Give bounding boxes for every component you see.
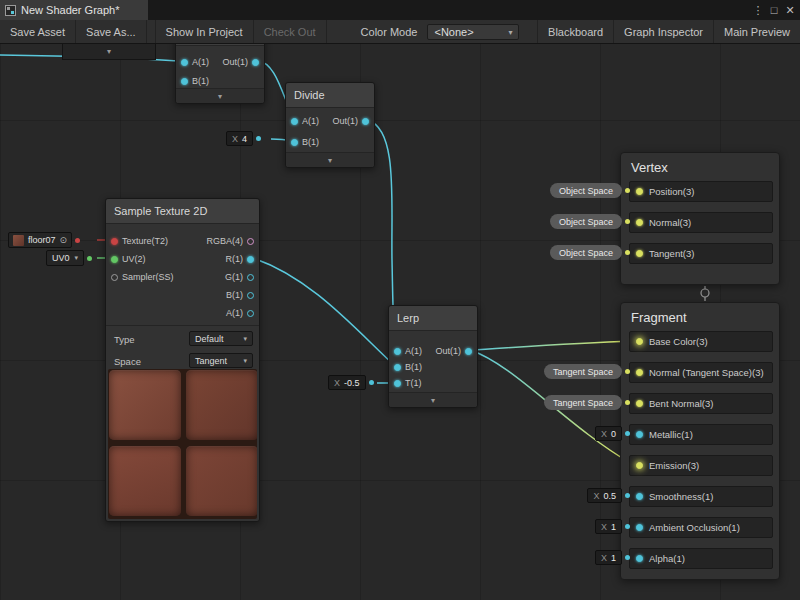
maximize-icon[interactable]: □ <box>766 4 782 16</box>
lerp-node[interactable]: Lerp A(1) B(1) T(1) Out(1) ▾ <box>388 305 478 408</box>
port-g[interactable] <box>247 274 254 281</box>
object-picker-icon[interactable]: ⊙ <box>60 235 68 245</box>
sample-texture-2d-node[interactable]: Sample Texture 2D Texture(T2) UV(2) Samp… <box>105 198 260 522</box>
save-asset-button[interactable]: Save Asset <box>0 20 76 43</box>
port-base-color[interactable] <box>636 338 643 345</box>
port-rgba[interactable] <box>247 238 254 245</box>
port-smoothness[interactable] <box>636 493 643 500</box>
graph-inspector-button[interactable]: Graph Inspector <box>613 20 713 43</box>
fragment-row-smoothness[interactable]: Smoothness(1) <box>629 486 773 507</box>
add-input-b: B(1) <box>181 74 209 88</box>
show-in-project-button[interactable]: Show In Project <box>155 20 254 43</box>
port-tangent[interactable] <box>636 250 643 257</box>
fragment-row-ambient-occlusion[interactable]: Ambient Occlusion(1) <box>629 517 773 538</box>
port-lerp-t[interactable] <box>394 380 401 387</box>
port-add-out[interactable] <box>252 59 259 66</box>
fragment-block[interactable]: Fragment Base Color(3) Normal (Tangent S… <box>620 302 780 580</box>
binding-pill[interactable]: Object Space <box>550 183 622 198</box>
color-mode-dropdown[interactable]: <None> ▾ <box>427 24 519 40</box>
fragment-row-emission[interactable]: Emission(3) <box>629 455 773 476</box>
binding-port-dot <box>625 400 630 405</box>
port-normal[interactable] <box>636 219 643 226</box>
fragment-row-base-color[interactable]: Base Color(3) <box>629 331 773 352</box>
wire-lerp-to-basecolor[interactable] <box>470 341 632 350</box>
port-ambient-occlusion[interactable] <box>636 524 643 531</box>
field-value[interactable]: 1 <box>611 553 616 563</box>
binding-pill[interactable]: Tangent Space <box>544 364 622 379</box>
metallic-field: X 0 <box>595 426 630 441</box>
space-dropdown[interactable]: Tangent ▾ <box>189 353 253 368</box>
vertex-row-tangent[interactable]: Tangent(3) <box>629 243 773 264</box>
uv-channel-dropdown[interactable]: UV0 ▾ <box>46 250 84 266</box>
float-field[interactable]: X 1 <box>595 550 622 565</box>
port-lerp-b[interactable] <box>394 364 401 371</box>
field-value[interactable]: -0.5 <box>344 378 360 388</box>
divide-collapse-toggle[interactable]: ▾ <box>286 152 374 167</box>
divide-input-b: B(1) <box>291 135 319 149</box>
port-add-a[interactable] <box>181 59 188 66</box>
save-as-button[interactable]: Save As... <box>76 20 147 43</box>
port-lerp-out[interactable] <box>465 348 472 355</box>
port-emission[interactable] <box>636 462 643 469</box>
fragment-row-normal[interactable]: Normal (Tangent Space)(3) <box>629 362 773 383</box>
collapsed-node-chevron[interactable]: ▾ <box>62 42 156 60</box>
port-uv[interactable] <box>111 256 118 263</box>
port-r[interactable] <box>247 256 254 263</box>
vertex-block[interactable]: Vertex Position(3) Normal(3) Tangent(3) <box>620 152 780 285</box>
field-port-dot <box>369 380 374 385</box>
port-divide-a[interactable] <box>291 118 298 125</box>
binding-port-dot <box>625 188 630 193</box>
texture-object-field[interactable]: floor07 ⊙ <box>8 232 72 248</box>
port-sampler[interactable] <box>111 274 118 281</box>
float-field[interactable]: X 1 <box>595 519 622 534</box>
type-dropdown[interactable]: Default ▾ <box>189 331 253 346</box>
port-add-b[interactable] <box>181 78 188 85</box>
blackboard-button[interactable]: Blackboard <box>537 20 613 43</box>
wire-sample-r-to-lerp-b[interactable] <box>253 258 394 365</box>
add-collapse-toggle[interactable]: ▾ <box>176 88 264 103</box>
vertex-row-position[interactable]: Position(3) <box>629 181 773 202</box>
main-preview-button[interactable]: Main Preview <box>713 20 800 43</box>
fragment-row-metallic[interactable]: Metallic(1) <box>629 424 773 445</box>
fragment-row-bent-normal[interactable]: Bent Normal(3) <box>629 393 773 414</box>
field-value[interactable]: 4 <box>242 134 247 144</box>
sample-output-b: B(1) <box>226 288 254 302</box>
lerp-node-header[interactable]: Lerp <box>389 306 477 331</box>
float-field[interactable]: X 4 <box>226 131 253 146</box>
port-normal-ts[interactable] <box>636 369 643 376</box>
chevron-down-icon: ▾ <box>218 92 222 101</box>
field-value[interactable]: 0.5 <box>603 491 616 501</box>
close-icon[interactable]: ✕ <box>782 4 798 17</box>
chevron-down-icon: ▾ <box>508 28 512 37</box>
port-divide-b[interactable] <box>291 139 298 146</box>
divide-node[interactable]: Divide A(1) B(1) Out(1) ▾ <box>285 82 375 168</box>
port-lerp-a[interactable] <box>394 348 401 355</box>
port-position[interactable] <box>636 188 643 195</box>
vertex-row-normal[interactable]: Normal(3) <box>629 212 773 233</box>
port-texture[interactable] <box>111 238 118 245</box>
float-field[interactable]: X -0.5 <box>328 375 366 390</box>
field-port-dot <box>87 256 92 261</box>
binding-pill[interactable]: Object Space <box>550 214 622 229</box>
binding-pill[interactable]: Object Space <box>550 245 622 260</box>
port-b[interactable] <box>247 292 254 299</box>
lerp-collapse-toggle[interactable]: ▾ <box>389 392 477 407</box>
sample-input-uv: UV(2) <box>111 252 146 266</box>
fragment-bent-normal-binding: Tangent Space <box>544 395 630 410</box>
port-divide-out[interactable] <box>362 118 369 125</box>
divide-node-header[interactable]: Divide <box>286 83 374 108</box>
field-value[interactable]: 1 <box>611 522 616 532</box>
kebab-menu-icon[interactable]: ⋮ <box>750 4 766 17</box>
field-value[interactable]: 0 <box>611 429 616 439</box>
document-tab[interactable]: New Shader Graph* <box>0 0 148 20</box>
port-bent-normal[interactable] <box>636 400 643 407</box>
binding-pill[interactable]: Tangent Space <box>544 395 622 410</box>
graph-canvas[interactable]: ▾ A(1) B(1) Out(1) ▾ Divide A(1) <box>0 0 800 600</box>
sample-node-header[interactable]: Sample Texture 2D <box>106 199 259 224</box>
float-field[interactable]: X 0 <box>595 426 622 441</box>
port-a[interactable] <box>247 310 254 317</box>
float-field[interactable]: X 0.5 <box>587 488 622 503</box>
fragment-row-alpha[interactable]: Alpha(1) <box>629 548 773 569</box>
port-metallic[interactable] <box>636 431 643 438</box>
port-alpha[interactable] <box>636 555 643 562</box>
